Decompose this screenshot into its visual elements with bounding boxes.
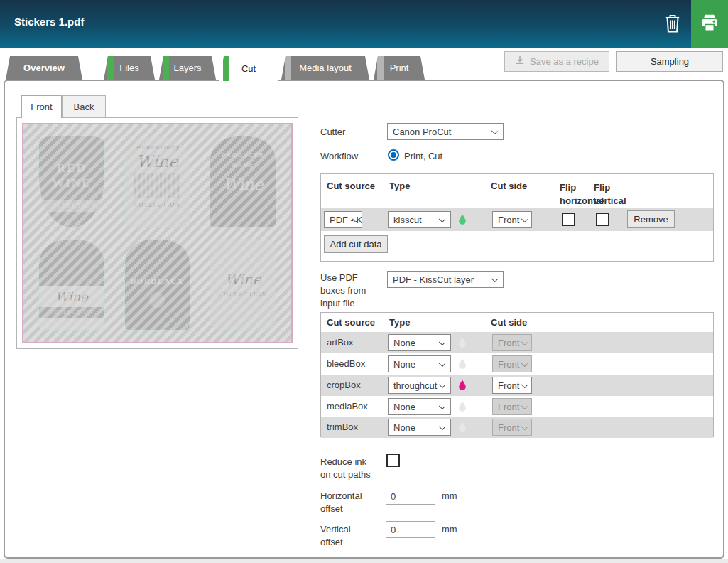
cut-type-select[interactable]: kisscut [388, 211, 451, 228]
tab-back[interactable]: Back [62, 95, 106, 118]
tab-files[interactable]: Files [104, 56, 155, 80]
grapes-sketch [39, 240, 104, 286]
pdf-box-row-mediabox: mediaBox None Front [321, 396, 713, 417]
tab-layers-label: Layers [173, 63, 201, 73]
trimbox-side-select: Front [492, 419, 532, 436]
side-value: Front [498, 380, 519, 391]
cutter-value: Canon ProCut [393, 127, 451, 137]
wine-label-grapes: Wine COLLECTION [38, 239, 105, 331]
ink-droplet-icon [457, 358, 467, 370]
type-value: None [393, 422, 415, 433]
cutter-select[interactable]: Canon ProCut [387, 123, 504, 140]
vertical-offset-label: Vertical offset [320, 523, 371, 549]
vertical-offset-input[interactable] [386, 521, 435, 538]
cut-source-select[interactable]: PDF - K [324, 211, 362, 228]
add-cut-data-button[interactable]: Add cut data [324, 235, 388, 253]
chevron-down-icon [439, 403, 445, 409]
row-source: artBox [327, 337, 354, 348]
side-value: Front [498, 402, 519, 412]
cropbox-type-select[interactable]: throughcut [388, 377, 451, 394]
type-value: None [393, 338, 415, 348]
delete-button[interactable] [659, 11, 686, 38]
flip-vertical-checkbox[interactable] [596, 213, 609, 226]
side-value: Front [498, 359, 519, 370]
col-cut-source: Cut source [327, 317, 375, 328]
sampling-label: Sampling [651, 56, 689, 67]
bleedbox-side-select: Front [492, 355, 532, 372]
tab-status-green [223, 56, 229, 81]
sticker-sheet-preview: RED WINE COLLECTION Premium Quality Wine… [22, 123, 293, 343]
mediabox-type-select[interactable]: None [388, 398, 451, 415]
ink-droplet-icon [457, 379, 467, 391]
preview-area: RED WINE COLLECTION Premium Quality Wine… [16, 117, 298, 349]
tab-layers[interactable]: Layers [159, 56, 216, 80]
tab-front-label: Front [31, 102, 52, 112]
workflow-radio[interactable] [388, 149, 399, 161]
workflow-value: Print, Cut [404, 150, 442, 163]
col-cut-source: Cut source [327, 181, 384, 191]
cut-data-row: PDF - K kisscut Front Remove [321, 208, 713, 231]
col-cut-side: Cut side [491, 317, 527, 328]
save-as-recipe-label: Save as a recipe [530, 56, 599, 67]
flip-horizontal-checkbox[interactable] [562, 213, 575, 226]
row-source: mediaBox [327, 401, 368, 412]
reduce-ink-checkbox[interactable] [386, 454, 400, 467]
tab-status-green [163, 56, 169, 80]
vertical-offset-unit: mm [442, 523, 457, 536]
tab-status-gray [285, 56, 291, 80]
tab-overview-label: Overview [23, 63, 65, 73]
row-source: bleedBox [327, 358, 365, 369]
tab-front[interactable]: Front [21, 95, 62, 118]
wine-label-wine-collection: Premium Quality Wine COLLECTION [124, 136, 191, 228]
title-bar: Stickers 1.pdf [0, 0, 728, 48]
side-value: Front [498, 422, 519, 433]
pdf-box-row-cropbox: cropBox throughcut Front [321, 375, 713, 396]
tab-cut-label: Cut [241, 63, 256, 74]
pdf-boxes-select[interactable]: PDF - KissCut layer [387, 271, 504, 288]
cropbox-side-select[interactable]: Front [492, 377, 532, 394]
wine-label-producer-name: PRODUCER NAME Wine [210, 136, 276, 228]
sampling-button[interactable]: Sampling [616, 51, 723, 72]
cutter-label: Cutter [320, 126, 345, 139]
tab-media-layout[interactable]: Media layout [281, 56, 369, 80]
remove-button[interactable]: Remove [627, 210, 675, 228]
cut-type-value: kisscut [393, 215, 422, 225]
horizontal-offset-input[interactable] [386, 488, 435, 505]
artbox-side-select: Front [492, 334, 532, 351]
row-source: trimBox [327, 422, 358, 432]
chevron-down-icon [491, 128, 498, 134]
wine-label-bordeaux: BORDEAUX [124, 239, 191, 331]
save-as-recipe-button[interactable]: Save as a recipe [504, 51, 609, 72]
chevron-down-icon [439, 339, 445, 345]
tab-files-label: Files [119, 63, 138, 73]
chevron-down-icon [521, 382, 528, 388]
col-type: Type [389, 317, 410, 328]
cut-side-value: Front [498, 215, 519, 225]
col-cut-side: Cut side [491, 181, 527, 191]
chevron-down-icon [439, 216, 445, 222]
tab-print-label: Print [390, 63, 409, 73]
chevron-down-icon [521, 403, 528, 409]
cut-side-select[interactable]: Front [492, 211, 532, 228]
tab-status-green [107, 56, 114, 80]
tab-back-label: Back [74, 102, 94, 112]
col-type: Type [389, 181, 410, 191]
tab-print[interactable]: Print [374, 56, 425, 80]
printer-icon [699, 25, 720, 36]
tab-cut[interactable]: Cut [219, 56, 278, 81]
pdf-box-row-bleedbox: bleedBox None Front [321, 353, 713, 375]
horizontal-offset-unit: mm [442, 490, 457, 503]
artbox-type-select[interactable]: None [388, 334, 451, 351]
ink-droplet-icon [457, 213, 467, 225]
bleedbox-type-select[interactable]: None [388, 355, 451, 372]
tab-overview[interactable]: Overview [6, 56, 82, 80]
horizontal-offset-label: Horizontal offset [320, 490, 371, 515]
pdf-box-row-artbox: artBox None Front [321, 332, 713, 353]
chevron-down-icon [439, 424, 445, 430]
chevron-down-icon [491, 276, 498, 282]
chevron-down-icon [521, 424, 528, 430]
print-button[interactable] [691, 0, 728, 48]
trimbox-type-select[interactable]: None [388, 419, 451, 436]
tab-status-gray [377, 56, 384, 80]
save-recipe-icon [515, 55, 525, 68]
